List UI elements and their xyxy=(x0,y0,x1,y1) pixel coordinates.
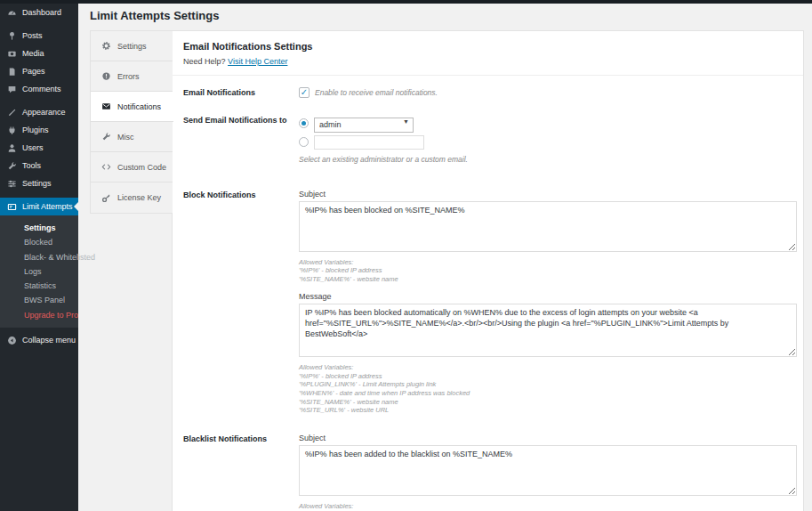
block-message-allowed-variables: Allowed Variables: '%IP%' - blocked IP a… xyxy=(299,363,797,415)
custom-email-radio[interactable] xyxy=(299,137,309,147)
key-icon xyxy=(101,193,111,203)
tab-label: Errors xyxy=(117,72,140,81)
sidebar-item-dashboard[interactable]: Dashboard xyxy=(0,4,78,21)
tab-misc[interactable]: Misc xyxy=(91,122,173,152)
alert-circle-icon xyxy=(101,71,111,81)
current-menu-arrow xyxy=(74,202,78,211)
sidebar-item-label: Dashboard xyxy=(22,8,61,17)
sidebar-item-label: Appearance xyxy=(22,108,66,117)
sidebar-item-posts[interactable]: Posts xyxy=(0,27,78,45)
settings-rows: Email Notifications ✓ Enable to receive … xyxy=(173,87,803,511)
brush-icon xyxy=(7,108,17,118)
send-to-hint: Select an existing administrator or a cu… xyxy=(299,155,792,164)
sidebar-item-settings[interactable]: Settings xyxy=(0,174,78,192)
limit-attempts-submenu: Settings Blocked Black- & Whitelisted Lo… xyxy=(0,215,78,328)
envelope-icon xyxy=(101,101,111,111)
submenu-item-logs[interactable]: Logs xyxy=(0,264,78,279)
sidebar-item-label: Tools xyxy=(22,161,41,170)
limit-attempts-icon xyxy=(7,202,17,212)
pin-icon xyxy=(7,31,17,41)
sidebar-item-label: Pages xyxy=(22,67,45,76)
blacklist-subject-textarea[interactable]: %IP% has been added to the blacklist on … xyxy=(299,445,797,496)
sidebar-item-media[interactable]: Media xyxy=(0,45,78,62)
block-notifications-label: Block Notifications xyxy=(183,190,299,415)
tab-label: Settings xyxy=(117,42,147,51)
sidebar-item-label: Plugins xyxy=(22,126,49,134)
sidebar-item-label: Media xyxy=(22,49,44,58)
submenu-item-settings[interactable]: Settings xyxy=(0,221,78,235)
sidebar-item-comments[interactable]: Comments xyxy=(0,80,78,98)
sidebar-item-plugins[interactable]: Plugins xyxy=(0,121,78,139)
sidebar-item-tools[interactable]: Tools xyxy=(0,157,78,174)
user-icon xyxy=(7,143,17,153)
tab-label: Misc xyxy=(117,133,134,142)
tab-errors[interactable]: Errors xyxy=(91,61,173,92)
tab-label: Notifications xyxy=(117,102,161,111)
enable-notifications-checkbox-label: Enable to receive email notifications. xyxy=(315,88,438,97)
custom-email-input[interactable] xyxy=(314,135,424,150)
blacklist-notifications-row: Blacklist Notifications Subject %IP% has… xyxy=(183,434,792,511)
send-notifications-to-label: Send Email Notifications to xyxy=(183,115,299,164)
admin-top-bar xyxy=(0,0,812,4)
admin-select[interactable]: admin xyxy=(314,118,414,133)
submenu-item-bws-panel[interactable]: BWS Panel xyxy=(0,293,78,307)
sidebar-item-label: Limit Attempts xyxy=(22,202,73,211)
sidebar-item-label: Comments xyxy=(22,85,61,93)
blacklist-subject-allowed-variables: Allowed Variables: '%IP%' - blacklisted … xyxy=(299,502,797,511)
sidebar-item-limit-attempts[interactable]: Limit Attempts xyxy=(0,198,78,215)
panel-header: Email Notifications Settings Need Help? … xyxy=(173,31,803,76)
collapse-arrow-icon xyxy=(7,336,17,345)
submenu-item-black-whitelisted[interactable]: Black- & Whitelisted xyxy=(0,250,78,264)
code-brackets-icon xyxy=(101,162,111,172)
email-notifications-label: Email Notifications xyxy=(183,87,299,98)
help-prefix: Need Help? xyxy=(183,57,228,66)
dashboard-icon xyxy=(7,8,17,18)
tab-label: License Key xyxy=(117,193,161,202)
notifications-settings-panel: Email Notifications Settings Need Help? … xyxy=(172,30,804,511)
enable-notifications-checkbox[interactable]: ✓ xyxy=(299,87,310,98)
visit-help-center-link[interactable]: Visit Help Center xyxy=(228,57,287,66)
block-subject-allowed-variables: Allowed Variables: '%IP%' - blocked IP a… xyxy=(299,258,797,284)
email-notifications-row: Email Notifications ✓ Enable to receive … xyxy=(183,87,792,98)
block-subject-textarea[interactable]: %IP% has been blocked on %SITE_NAME% xyxy=(299,201,797,252)
sidebar-item-users[interactable]: Users xyxy=(0,139,78,157)
block-subject-label: Subject xyxy=(299,190,797,199)
camera-icon xyxy=(7,49,17,59)
plug-icon xyxy=(7,126,17,135)
admin-sidebar: Dashboard Posts Media Pages Comments App… xyxy=(0,4,78,511)
blacklist-subject-label: Subject xyxy=(299,434,797,442)
section-heading: Email Notifications Settings xyxy=(183,41,792,52)
tab-label: Custom Code xyxy=(117,163,166,172)
collapse-menu-label: Collapse menu xyxy=(22,336,76,345)
collapse-menu-button[interactable]: Collapse menu xyxy=(0,331,78,349)
admin-email-radio[interactable] xyxy=(299,118,309,128)
help-line: Need Help? Visit Help Center xyxy=(183,57,792,66)
comment-bubble-icon xyxy=(7,85,17,94)
submenu-item-blocked[interactable]: Blocked xyxy=(0,235,78,249)
send-notifications-to-row: Send Email Notifications to admin ▼ xyxy=(183,115,792,164)
gear-icon xyxy=(101,41,111,51)
sidebar-item-label: Users xyxy=(22,143,44,152)
sidebar-item-pages[interactable]: Pages xyxy=(0,62,78,80)
block-notifications-row: Block Notifications Subject %IP% has bee… xyxy=(183,190,792,415)
tab-custom-code[interactable]: Custom Code xyxy=(91,152,173,182)
submenu-item-statistics[interactable]: Statistics xyxy=(0,279,78,293)
tab-notifications[interactable]: Notifications xyxy=(91,92,173,122)
submenu-item-upgrade-to-pro[interactable]: Upgrade to Pro xyxy=(0,308,78,322)
pages-icon xyxy=(7,67,17,77)
wrench-icon xyxy=(101,132,111,142)
tab-license-key[interactable]: License Key xyxy=(91,182,173,213)
page-title: Limit Attempts Settings xyxy=(90,9,219,22)
main-content-area: Limit Attempts Settings Settings Errors … xyxy=(78,4,812,511)
tab-settings[interactable]: Settings xyxy=(91,31,173,61)
block-message-label: Message xyxy=(299,292,797,301)
sidebar-item-label: Posts xyxy=(22,31,43,40)
sidebar-item-appearance[interactable]: Appearance xyxy=(0,103,78,121)
sidebar-item-label: Settings xyxy=(22,179,52,188)
sliders-icon xyxy=(7,179,17,189)
block-message-textarea[interactable]: IP %IP% has been blocked automatically o… xyxy=(299,304,797,357)
settings-tabs-nav: Settings Errors Notifications Misc Custo… xyxy=(90,30,173,214)
blacklist-notifications-label: Blacklist Notifications xyxy=(183,434,299,511)
wrench-icon xyxy=(7,161,17,171)
